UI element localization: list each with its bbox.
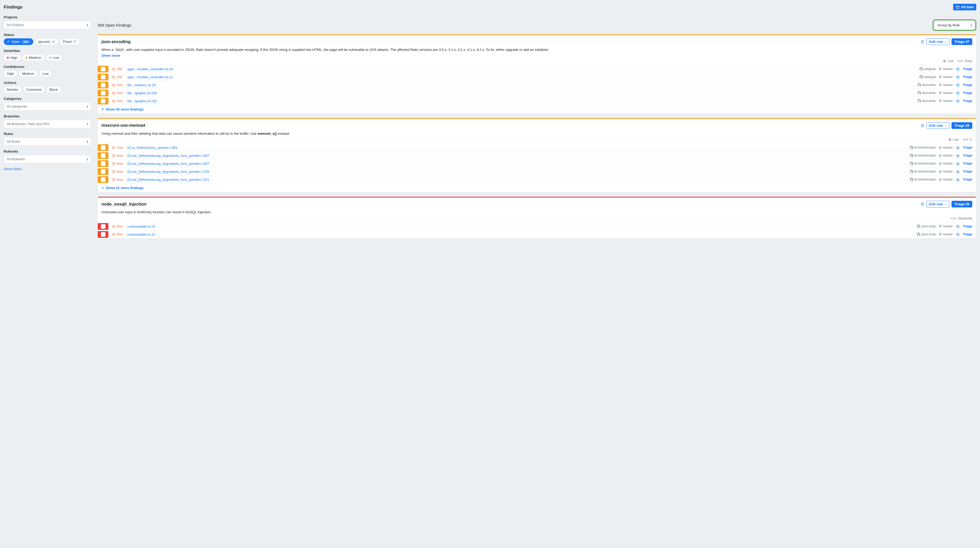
branch-link[interactable]: master bbox=[939, 75, 953, 79]
severity-checkbox[interactable] bbox=[98, 90, 108, 96]
severity-checkbox[interactable] bbox=[98, 98, 108, 104]
action-pill-comment[interactable]: Comment bbox=[23, 86, 45, 93]
action-pill-monitor[interactable]: Monitor bbox=[4, 86, 22, 93]
show-more-link[interactable]: Show more bbox=[102, 54, 120, 57]
triage-link[interactable]: Triage bbox=[963, 178, 972, 181]
copy-icon[interactable] bbox=[956, 75, 960, 79]
severity-checkbox[interactable] bbox=[98, 82, 108, 88]
repo-link[interactable]: itc-benchmarks bbox=[910, 170, 936, 173]
copy-icon[interactable] bbox=[956, 145, 960, 150]
finding-path-link[interactable]: 01.w_Defects/func_pointer.c:561 bbox=[126, 146, 910, 150]
repo-link[interactable]: itc-benchmarks bbox=[910, 178, 936, 181]
branch-link[interactable]: master bbox=[939, 154, 953, 157]
triage-link[interactable]: Triage bbox=[963, 99, 972, 103]
triage-link[interactable]: Triage bbox=[963, 224, 972, 228]
severity-checkbox[interactable] bbox=[98, 176, 108, 183]
branch-link[interactable]: master bbox=[939, 178, 953, 181]
severity-checkbox[interactable] bbox=[98, 74, 108, 80]
copy-icon[interactable] bbox=[956, 99, 960, 103]
show-more-findings-button[interactable]: ▼Show 42 more findings bbox=[98, 105, 976, 113]
edit-rule-button[interactable]: Edit rule ⌄ bbox=[926, 38, 950, 45]
copy-icon[interactable] bbox=[956, 232, 960, 237]
copy-icon[interactable] bbox=[956, 83, 960, 87]
status-pill-open[interactable]: ✓ Open 306 bbox=[4, 38, 33, 45]
branch-link[interactable]: master bbox=[939, 146, 953, 149]
confidence-pill-medium[interactable]: Medium bbox=[19, 70, 38, 77]
copy-icon[interactable] bbox=[956, 169, 960, 174]
rulesets-select[interactable]: All Rulesets ▴▾ bbox=[4, 155, 91, 163]
triage-all-button[interactable]: Triage 25 bbox=[951, 201, 972, 207]
rule-doc-icon[interactable] bbox=[921, 40, 924, 44]
edit-rule-button[interactable]: Edit rule ⌄ bbox=[926, 122, 950, 129]
status-pill-fixed[interactable]: Fixed 27 bbox=[60, 38, 80, 45]
rule-doc-icon[interactable] bbox=[921, 123, 924, 127]
repo-link[interactable]: juice-shop bbox=[917, 232, 936, 236]
status-pill-ignored[interactable]: Ignored 10 bbox=[35, 38, 58, 45]
branch-link[interactable]: master bbox=[939, 224, 953, 228]
repo-link[interactable]: descartes bbox=[918, 99, 936, 103]
confidence-pill-low[interactable]: Low bbox=[39, 70, 52, 77]
severity-checkbox[interactable] bbox=[98, 223, 108, 230]
branch-link[interactable]: master bbox=[939, 91, 953, 95]
triage-link[interactable]: Triage bbox=[963, 75, 972, 79]
repo-link[interactable]: railsgoat bbox=[920, 75, 936, 79]
repo-link[interactable]: itc-benchmarks bbox=[910, 146, 936, 149]
severity-checkbox[interactable] bbox=[98, 231, 108, 238]
copy-icon[interactable] bbox=[956, 91, 960, 95]
finding-path-link[interactable]: app/.../mobile_controller.rb:11 bbox=[126, 75, 920, 79]
edit-rule-button[interactable]: Edit rule ⌄ bbox=[926, 201, 950, 207]
copy-icon[interactable] bbox=[956, 67, 960, 71]
triage-all-button[interactable]: Triage 47 bbox=[951, 38, 972, 45]
branch-link[interactable]: master bbox=[939, 83, 953, 87]
triage-link[interactable]: Triage bbox=[963, 146, 972, 149]
finding-path-link[interactable]: lib/.../graphs.rb:192 bbox=[126, 99, 918, 103]
severity-pill-low[interactable]: Low bbox=[46, 54, 62, 61]
repo-link[interactable]: itc-benchmarks bbox=[910, 162, 936, 165]
copy-icon[interactable] bbox=[956, 153, 960, 158]
copy-icon[interactable] bbox=[956, 224, 960, 229]
branch-link[interactable]: master bbox=[939, 232, 953, 236]
action-pill-block[interactable]: Block bbox=[46, 86, 61, 93]
finding-path-link[interactable]: 02.wo_Defects/wrong_arguments_func_point… bbox=[126, 162, 910, 166]
projects-select[interactable]: All Projects ▴▾ bbox=[4, 21, 91, 29]
finding-path-link[interactable]: lib/.../graphs.rb:205 bbox=[126, 91, 918, 95]
severity-checkbox[interactable] bbox=[98, 168, 108, 175]
finding-path-link[interactable]: 02.wo_Defects/wrong_arguments_func_point… bbox=[126, 170, 910, 174]
severity-checkbox[interactable] bbox=[98, 160, 108, 167]
triage-link[interactable]: Triage bbox=[963, 154, 972, 157]
finding-path-link[interactable]: app/.../mobile_controller.rb:18 bbox=[126, 67, 920, 71]
rules-select[interactable]: All Rules ▴▾ bbox=[4, 137, 91, 146]
triage-link[interactable]: Triage bbox=[963, 232, 972, 236]
severity-pill-medium[interactable]: Medium bbox=[22, 54, 45, 61]
copy-icon[interactable] bbox=[956, 177, 960, 182]
triage-link[interactable]: Triage bbox=[963, 83, 972, 87]
branch-link[interactable]: master bbox=[939, 99, 953, 103]
rule-doc-icon[interactable] bbox=[921, 202, 924, 206]
repo-link[interactable]: railsgoat bbox=[920, 67, 936, 71]
branch-link[interactable]: master bbox=[939, 162, 953, 165]
triage-link[interactable]: Triage bbox=[963, 67, 972, 71]
group-by-select[interactable]: Group by Rule ▴▾ bbox=[934, 21, 974, 29]
confidence-pill-high[interactable]: High bbox=[4, 70, 18, 77]
finding-path-link[interactable]: routes/wallet.ts:22 bbox=[126, 232, 917, 237]
time-filter-button[interactable]: All time bbox=[953, 4, 976, 10]
triage-all-button[interactable]: Triage 26 bbox=[951, 122, 972, 129]
reset-filters-link[interactable]: Reset filters bbox=[4, 167, 22, 171]
severity-pill-high[interactable]: High bbox=[4, 54, 21, 61]
triage-link[interactable]: Triage bbox=[963, 91, 972, 95]
severity-checkbox[interactable] bbox=[98, 66, 108, 72]
copy-icon[interactable] bbox=[956, 161, 960, 166]
branch-link[interactable]: master bbox=[939, 67, 953, 71]
triage-link[interactable]: Triage bbox=[963, 162, 972, 165]
triage-link[interactable]: Triage bbox=[963, 170, 972, 173]
repo-link[interactable]: descartes bbox=[918, 91, 936, 95]
repo-link[interactable]: descartes bbox=[918, 83, 936, 87]
finding-path-link[interactable]: 02.wo_Defects/wrong_arguments_func_point… bbox=[126, 178, 910, 182]
finding-path-link[interactable]: lib/.../metrics.rb:18 bbox=[126, 83, 918, 87]
branches-select[interactable]: All Branches, Refs and PRs ▴▾ bbox=[4, 120, 91, 128]
finding-path-link[interactable]: 02.wo_Defects/wrong_arguments_func_point… bbox=[126, 154, 910, 158]
repo-link[interactable]: juice-shop bbox=[917, 224, 936, 228]
show-more-findings-button[interactable]: ▼Show 21 more findings bbox=[98, 183, 976, 192]
finding-path-link[interactable]: routes/wallet.ts:23 bbox=[126, 224, 917, 229]
severity-checkbox[interactable] bbox=[98, 152, 108, 159]
